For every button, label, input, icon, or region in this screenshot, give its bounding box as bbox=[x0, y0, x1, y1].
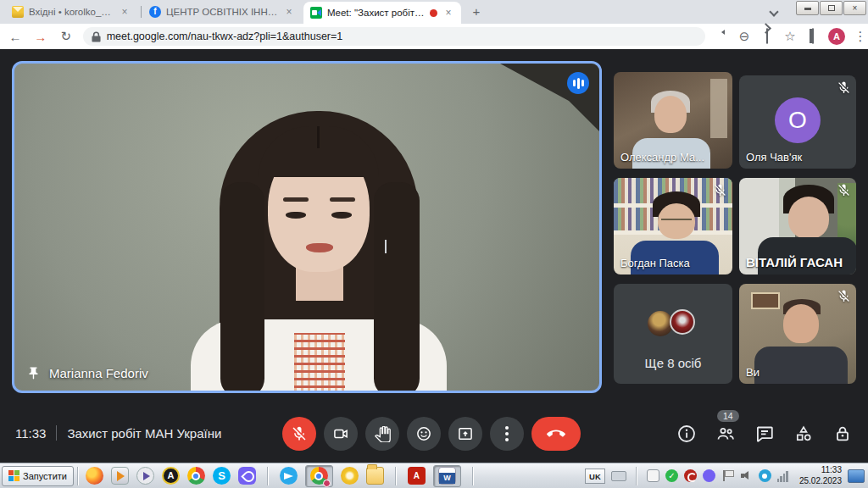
chat-icon bbox=[754, 424, 775, 444]
media-player-icon[interactable] bbox=[111, 467, 129, 485]
browser-menu-icon[interactable]: ⋮ bbox=[853, 29, 868, 44]
camera-permission-icon[interactable] bbox=[714, 29, 729, 44]
meeting-title: Захист робіт МАН України bbox=[67, 426, 221, 441]
tab-title: Вхідні • korolko_andr@ukr.net bbox=[29, 7, 114, 17]
network-signal-icon[interactable] bbox=[777, 469, 790, 482]
back-icon[interactable]: ← bbox=[5, 30, 25, 44]
glasses bbox=[661, 219, 692, 223]
safely-remove-icon[interactable] bbox=[721, 469, 734, 482]
tab-close-icon[interactable]: × bbox=[119, 6, 131, 18]
zoom-icon[interactable]: ⊖ bbox=[737, 29, 752, 44]
participants-count-badge: 14 bbox=[717, 410, 739, 422]
windows-logo-icon bbox=[8, 470, 19, 481]
forward-icon[interactable]: → bbox=[31, 30, 51, 44]
telegram-icon[interactable] bbox=[280, 467, 298, 485]
people-icon bbox=[715, 424, 736, 444]
comodo-tray-icon[interactable] bbox=[684, 469, 697, 482]
url-text: meet.google.com/nau-tkwx-adz?pli=1&authu… bbox=[107, 30, 343, 42]
meeting-panels: 14 bbox=[676, 424, 853, 444]
participants-button[interactable]: 14 bbox=[715, 424, 736, 444]
activities-button[interactable] bbox=[793, 424, 814, 444]
window-controls: × bbox=[796, 1, 866, 15]
participant-tile[interactable]: Олександр Ма... bbox=[614, 72, 732, 169]
info-icon bbox=[676, 424, 697, 444]
self-video-tile[interactable]: Ви bbox=[739, 284, 856, 384]
clock-date: 25.02.2023 bbox=[799, 476, 842, 487]
host-controls-button[interactable] bbox=[832, 424, 853, 444]
kmplayer-icon[interactable] bbox=[136, 467, 154, 485]
audio-level-indicator-icon bbox=[567, 72, 589, 94]
present-screen-button[interactable] bbox=[448, 417, 482, 451]
acrobat-pdf-icon[interactable]: A bbox=[408, 467, 426, 485]
mic-off-icon bbox=[837, 80, 851, 95]
show-desktop-button[interactable] bbox=[848, 469, 865, 483]
maximize-button[interactable] bbox=[820, 1, 843, 15]
end-call-button[interactable] bbox=[531, 417, 581, 451]
mic-off-icon bbox=[291, 425, 308, 442]
wall-picture bbox=[751, 292, 780, 309]
chat-button[interactable] bbox=[754, 424, 775, 444]
lock-icon bbox=[92, 31, 101, 42]
address-bar[interactable]: meet.google.com/nau-tkwx-adz?pli=1&authu… bbox=[83, 27, 705, 46]
more-participants-tile[interactable]: Ще 8 осіб bbox=[614, 284, 732, 384]
camera-button[interactable] bbox=[324, 417, 358, 451]
participant-tile[interactable]: O Оля Чав'як bbox=[739, 75, 856, 169]
meeting-info: 11:33 Захист робіт МАН України bbox=[15, 425, 221, 441]
hand-icon bbox=[375, 426, 391, 442]
chevron-down-icon[interactable] bbox=[770, 7, 778, 15]
tab-separator bbox=[141, 6, 142, 18]
profile-badge bbox=[323, 480, 331, 487]
profile-avatar[interactable]: A bbox=[828, 28, 845, 45]
meeting-details-button[interactable] bbox=[676, 424, 697, 444]
clock-text: 11:33 bbox=[15, 426, 46, 441]
minimize-button[interactable] bbox=[796, 1, 819, 15]
main-video-tile[interactable]: Marianna Fedoriv bbox=[12, 61, 602, 393]
tab-meet-active[interactable]: Meet: "Захист робіт МАН У × bbox=[303, 2, 461, 24]
browser-tab-strip: Вхідні • korolko_andr@ukr.net × f ЦЕНТР … bbox=[0, 0, 868, 24]
tab-title: ЦЕНТР ОСВІТНІХ ІННОВАЦІЙ | Ф bbox=[166, 7, 278, 17]
bookmark-star-icon[interactable]: ☆ bbox=[782, 29, 798, 44]
tab-ukrnet-mail[interactable]: Вхідні • korolko_andr@ukr.net × bbox=[5, 0, 137, 24]
clipboard-tray-icon[interactable] bbox=[647, 469, 659, 482]
start-button[interactable]: Запустити bbox=[2, 466, 74, 486]
call-controls bbox=[282, 417, 581, 451]
word-taskbar-button-active[interactable] bbox=[433, 465, 461, 487]
more-options-button[interactable] bbox=[490, 417, 524, 451]
volume-icon[interactable] bbox=[740, 469, 753, 482]
skype-icon[interactable]: S bbox=[213, 467, 231, 485]
viber-icon[interactable] bbox=[238, 467, 256, 485]
tab-close-icon[interactable]: × bbox=[442, 7, 454, 19]
side-panel-icon[interactable] bbox=[805, 29, 821, 44]
raise-hand-button[interactable] bbox=[365, 417, 399, 451]
tab-facebook[interactable]: f ЦЕНТР ОСВІТНІХ ІННОВАЦІЙ | Ф × bbox=[142, 0, 302, 24]
firefox-icon[interactable] bbox=[86, 467, 103, 485]
lock-icon bbox=[832, 424, 853, 444]
aimp-icon[interactable]: A bbox=[162, 467, 180, 485]
mic-mute-button[interactable] bbox=[282, 417, 316, 451]
antivirus-tray-icon[interactable]: ✓ bbox=[665, 469, 678, 482]
mic-off-icon bbox=[837, 183, 851, 197]
monitoring-tray-icon[interactable] bbox=[759, 469, 771, 482]
close-window-button[interactable]: × bbox=[843, 1, 866, 15]
keyboard-icon[interactable] bbox=[611, 471, 626, 481]
reactions-button[interactable] bbox=[407, 417, 441, 451]
file-manager-icon[interactable] bbox=[366, 467, 384, 485]
viber-tray-icon[interactable] bbox=[703, 469, 715, 482]
language-indicator[interactable]: UK bbox=[585, 469, 605, 484]
tab-close-icon[interactable]: × bbox=[283, 6, 295, 18]
taskbar-clock[interactable]: 11:33 25.02.2023 bbox=[796, 465, 842, 486]
speaker-name-label: Marianna Fedoriv bbox=[26, 366, 148, 380]
start-label: Запустити bbox=[23, 471, 67, 481]
new-tab-button[interactable]: + bbox=[468, 3, 485, 20]
reload-icon[interactable]: ↻ bbox=[56, 29, 76, 44]
participant-tile[interactable]: ВІТАЛІЙ ГАСАН bbox=[739, 178, 856, 274]
facebook-icon: f bbox=[149, 6, 161, 18]
chrome-canary-icon[interactable] bbox=[341, 467, 359, 485]
tab-title: Meet: "Захист робіт МАН У bbox=[327, 8, 425, 18]
participant-tile[interactable]: Богдан Паска bbox=[614, 178, 732, 274]
meet-page: Marianna Fedoriv Олександр Ма... O Оля Ч… bbox=[0, 49, 868, 463]
chrome-taskbar-button-active[interactable] bbox=[305, 465, 333, 487]
word-document-icon bbox=[438, 467, 456, 485]
chrome-icon[interactable] bbox=[187, 467, 205, 485]
share-icon[interactable] bbox=[760, 29, 775, 44]
